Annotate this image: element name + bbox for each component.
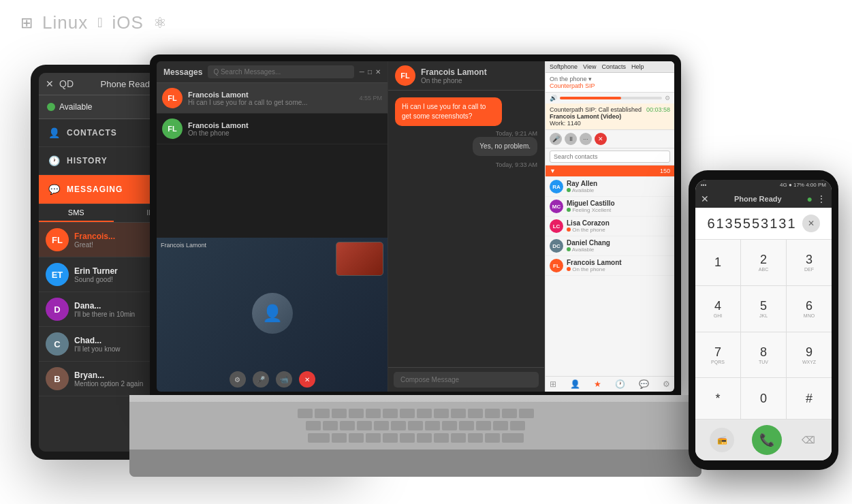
key-3[interactable]: 3 DEF: [787, 240, 832, 285]
conv-info: Francois Lamont On the phone: [188, 121, 382, 137]
volume-icon: 🔊: [550, 95, 557, 101]
conv-preview: On the phone: [188, 129, 382, 137]
phone-header: ✕ Phone Ready ● ⋮: [695, 190, 832, 208]
msg-time: Today, 9:21 AM: [395, 130, 537, 137]
contact-status: Feeling Xcellent: [567, 207, 670, 213]
call-button[interactable]: 📞: [752, 425, 782, 455]
list-item[interactable]: DC Daniel Chang Available: [546, 236, 674, 256]
video-controls: ⚙ 🎤 📹 ✕: [157, 371, 388, 388]
volume-row: 🔊 ⚙: [546, 93, 674, 104]
key-0[interactable]: 0: [741, 378, 786, 419]
chat-bubble-out: Yes, no problem.: [473, 137, 537, 156]
list-item[interactable]: MC Miguel Castillo Feeling Xcellent: [546, 197, 674, 217]
key-5[interactable]: 5 JKL: [741, 286, 786, 332]
search-messages-input[interactable]: [208, 65, 353, 78]
mute-button[interactable]: 🎤: [550, 133, 562, 145]
key-star[interactable]: *: [695, 378, 740, 419]
video-thumbnail: [336, 242, 383, 276]
maximize-icon[interactable]: □: [368, 68, 372, 76]
settings-icon[interactable]: ⚙: [663, 379, 670, 389]
contact-info: Chad... I'll let you know: [74, 336, 151, 353]
clear-number-button[interactable]: ✕: [802, 215, 820, 232]
account-label: Counterpath SIP: [550, 82, 670, 89]
key-7[interactable]: 7 PQRS: [695, 332, 740, 378]
hold-button[interactable]: ⏸: [565, 133, 577, 145]
contact-name: Ray Allen: [567, 180, 670, 187]
chat-status: On the phone: [421, 77, 487, 84]
messages-icon[interactable]: 💬: [639, 379, 649, 389]
volume-fill: [560, 97, 621, 99]
menu-contacts[interactable]: Contacts: [601, 63, 626, 70]
end-call-button[interactable]: ✕: [595, 133, 607, 145]
messages-panel: Messages ─ □ ✕ FL Francois Lamont: [157, 61, 388, 392]
video-contact-label: Francois Lamont: [161, 242, 206, 249]
history-label: HISTORY: [67, 156, 108, 166]
contact-name: Erin Turner: [74, 266, 151, 276]
messages-title: Messages: [163, 67, 202, 77]
end-call-button[interactable]: ✕: [299, 371, 315, 388]
key-8[interactable]: 8 TUV: [741, 332, 786, 378]
video-call-area: 👤 Francois Lamont ⚙ 🎤 📹 ✕: [157, 238, 388, 392]
history-icon: 🕐: [48, 155, 60, 166]
contact-name: Lisa Corazon: [567, 219, 670, 227]
x-icon: ✕: [46, 78, 54, 89]
laptop-screen-wrapper: Messages ─ □ ✕ FL Francois Lamont: [150, 54, 681, 398]
key-hash[interactable]: #: [787, 378, 832, 419]
conv-name: Francois Lamont: [188, 91, 353, 99]
mic-button[interactable]: 🎤: [253, 371, 269, 388]
list-item[interactable]: RA Ray Allen Available: [546, 177, 674, 197]
list-item[interactable]: LC Lisa Corazon On the phone: [546, 217, 674, 236]
minimize-icon[interactable]: ─: [360, 68, 364, 76]
favorites-icon[interactable]: ★: [594, 379, 601, 389]
contact-name: Miguel Castillo: [567, 200, 670, 207]
key-9[interactable]: 9 WXYZ: [787, 332, 832, 378]
avatar: FL: [162, 119, 183, 139]
list-item[interactable]: FL Francois Lamont On the phone: [546, 256, 674, 276]
history-icon[interactable]: 🕐: [615, 379, 625, 389]
menu-view[interactable]: View: [583, 63, 596, 70]
contact-info: Bryan... Mention option 2 again: [74, 371, 151, 388]
ios-label: iOS: [112, 12, 143, 33]
conv-name: Francois Lamont: [188, 121, 382, 129]
voicemail-button[interactable]: 📻: [710, 428, 734, 452]
contacts-count: 150: [660, 168, 670, 174]
tab-sms[interactable]: SMS: [39, 204, 114, 222]
key-6[interactable]: 6 MNO: [787, 286, 832, 332]
close-icon[interactable]: ✕: [375, 68, 381, 76]
contact-status: Available: [567, 187, 670, 193]
linux-label: Linux: [42, 12, 88, 33]
contacts-icon[interactable]: 👤: [570, 379, 580, 389]
camera-button[interactable]: 📹: [276, 371, 292, 388]
more-button[interactable]: ···: [580, 133, 592, 145]
key-1[interactable]: 1: [695, 240, 740, 285]
volume-slider[interactable]: [560, 97, 662, 99]
compose-input[interactable]: [394, 372, 539, 388]
more-icon[interactable]: ⋮: [817, 193, 826, 204]
key-2[interactable]: 2 ABC: [741, 240, 786, 285]
contacts-list: RA Ray Allen Available MC Miguel Castill…: [546, 177, 674, 376]
menu-softphone[interactable]: Softphone: [550, 63, 578, 70]
contact-name: Francois...: [74, 232, 151, 241]
video-avatar: 👤: [252, 293, 293, 334]
key-4[interactable]: 4 GHI: [695, 286, 740, 332]
android-icon: ⚛: [153, 14, 167, 32]
list-item[interactable]: FL Francois Lamont Hi can I use you for …: [157, 83, 388, 114]
avatar: B: [46, 367, 69, 390]
avatar: FL: [550, 259, 563, 272]
apple-icon: : [97, 15, 102, 31]
callee-name: Francois Lamont (Video): [550, 113, 670, 120]
laptop-device: Messages ─ □ ✕ FL Francois Lamont: [150, 54, 681, 477]
messaging-icon: 💬: [48, 184, 60, 195]
contact-info: Daniel Chang Available: [567, 239, 670, 253]
keypad-icon[interactable]: ⊞: [550, 379, 556, 389]
status-dropdown[interactable]: On the phone ▾: [550, 76, 670, 82]
menu-help[interactable]: Help: [631, 63, 644, 70]
contact-info: Francois... Great!: [74, 232, 151, 249]
backspace-button[interactable]: ⌫: [800, 431, 817, 449]
status-icon: ●: [807, 193, 812, 204]
settings-button[interactable]: ⚙: [230, 371, 246, 388]
list-item[interactable]: FL Francois Lamont On the phone: [157, 114, 388, 144]
search-contacts-input[interactable]: [550, 151, 670, 163]
avatar: FL: [395, 65, 415, 86]
contact-name: Chad...: [74, 336, 151, 345]
